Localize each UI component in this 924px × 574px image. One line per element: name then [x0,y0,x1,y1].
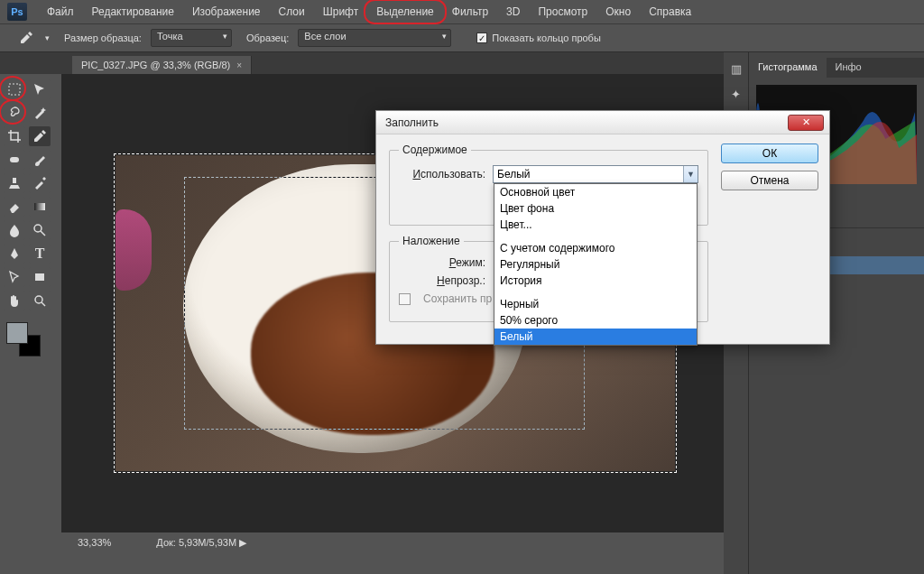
dropdown-option[interactable]: Белый [494,329,697,345]
menu-просмотр[interactable]: Просмотр [529,2,596,22]
close-icon[interactable]: × [236,60,242,70]
svg-rect-2 [34,203,45,210]
type-tool[interactable]: T [29,244,51,264]
show-ring-checkbox[interactable]: ✓ Показать кольцо пробы [476,32,601,43]
menu-редактирование[interactable]: Редактирование [83,2,183,22]
menu-справка[interactable]: Справка [640,2,700,22]
dropdown-option[interactable]: Основной цвет [494,184,697,200]
sample-select[interactable]: Все слои [298,29,451,47]
brush-tool[interactable] [29,150,51,170]
pen-tool[interactable] [4,244,25,264]
dropdown-option [494,233,697,240]
hand-tool[interactable] [4,291,25,310]
annotation-circle [364,0,447,24]
panel-tabs: Гистограмма Инфо [749,58,924,78]
close-icon: ✕ [802,116,810,128]
dropdown-option[interactable]: С учетом содержимого [494,240,697,256]
preserve-label: Сохранить пр [423,292,492,305]
dropdown-option[interactable]: Регулярный [494,256,697,273]
eraser-tool[interactable] [4,197,25,217]
ok-button[interactable]: ОК [721,144,818,163]
clone-stamp-tool[interactable] [4,173,25,193]
dropdown-option[interactable]: Черный [494,296,697,312]
info-icon[interactable]: ✦ [727,85,745,103]
dropdown-option[interactable]: 50% серого [494,312,697,329]
dropdown-option[interactable]: Цвет... [494,217,697,233]
document-tab[interactable]: PIC_0327.JPG @ 33,3% (RGB/8) × [72,56,252,74]
eyedropper-tool[interactable] [29,126,51,146]
sample-size-label: Размер образца: [64,32,142,43]
opacity-label: Непрозр.: [399,274,485,287]
histogram-icon[interactable]: ▥ [727,60,745,78]
marquee-tool[interactable] [4,79,25,99]
dialog-titlebar[interactable]: Заполнить ✕ [376,111,829,134]
mode-label: Режим: [399,256,485,269]
color-swatches[interactable] [4,319,51,363]
svg-point-3 [34,225,42,232]
zoom-level[interactable]: 33,33% [78,537,111,548]
dialog-title: Заполнить [385,116,788,129]
menu-выделение[interactable]: Выделение [367,2,443,22]
menu-фильтр[interactable]: Фильтр [443,2,497,22]
dialog-close-button[interactable]: ✕ [788,115,824,131]
menu-3d[interactable]: 3D [497,2,529,22]
check-icon: ✓ [476,32,487,43]
crop-tool[interactable] [4,126,25,146]
use-label: Использовать: [399,168,485,181]
dodge-tool[interactable] [29,220,51,240]
preserve-checkbox[interactable] [399,293,411,305]
tab-histogram[interactable]: Гистограмма [749,58,827,78]
zoom-tool[interactable] [29,291,51,310]
svg-rect-4 [35,273,44,281]
gradient-tool[interactable] [29,197,51,217]
chevron-down-icon[interactable]: ▾ [45,33,50,42]
tab-info[interactable]: Инфо [827,58,871,78]
use-combobox[interactable]: Белый ▼ [493,165,698,183]
menu-шрифт[interactable]: Шрифт [314,2,367,22]
fill-dialog: Заполнить ✕ Содержимое Использовать: Бел… [375,110,830,345]
sample-label: Образец: [246,32,289,43]
svg-point-5 [35,296,42,303]
history-brush-tool[interactable] [29,173,51,193]
dropdown-option [494,289,697,296]
magic-wand-tool[interactable] [29,103,51,123]
svg-rect-1 [10,157,19,162]
use-dropdown-list[interactable]: Основной цветЦвет фонаЦвет...С учетом со… [494,183,698,346]
status-bar: 33,33% Док: 5,93M/5,93M ▶ [61,532,749,552]
menu-слои[interactable]: Слои [270,2,314,22]
move-tool[interactable] [29,79,51,99]
sample-size-select[interactable]: Точка [151,29,232,47]
menu-файл[interactable]: Файл [38,2,83,22]
cancel-button[interactable]: Отмена [721,171,818,190]
healing-brush-tool[interactable] [4,150,25,170]
chevron-down-icon: ▼ [683,166,698,182]
menubar: Ps ФайлРедактированиеИзображениеСлоиШриф… [0,0,924,23]
blur-tool[interactable] [4,220,25,240]
menu-окно[interactable]: Окно [596,2,640,22]
rectangle-tool[interactable] [29,267,51,287]
ps-logo: Ps [7,3,27,21]
options-bar: ▾ Размер образца: Точка Образец: Все сло… [0,23,924,52]
path-selection-tool[interactable] [4,267,25,287]
dropdown-option[interactable]: Цвет фона [494,200,697,217]
eyedropper-indicator-icon [16,30,36,46]
menu-изображение[interactable]: Изображение [183,2,270,22]
dropdown-option[interactable]: История [494,273,697,289]
toolbox: T [0,74,54,368]
lasso-tool[interactable] [4,103,25,123]
